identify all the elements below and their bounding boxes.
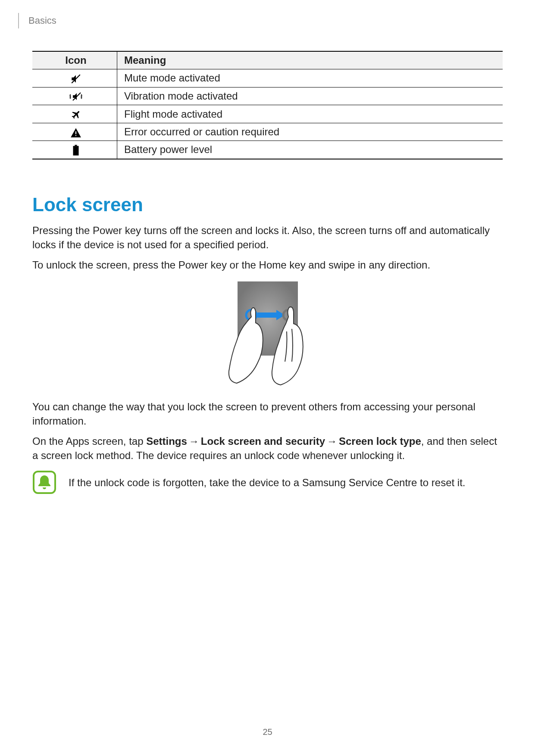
instruction-step: Screen lock type <box>339 435 421 447</box>
table-row: Battery power level <box>32 141 503 159</box>
airplane-icon <box>32 105 117 123</box>
breadcrumb: Basics <box>18 13 56 28</box>
svg-rect-9 <box>257 312 276 318</box>
table-cell-meaning: Flight mode activated <box>117 105 503 123</box>
warning-icon <box>32 123 117 141</box>
page-number: 25 <box>0 727 535 737</box>
body-paragraph: Pressing the Power key turns off the scr… <box>32 223 503 252</box>
table-row: Flight mode activated <box>32 105 503 123</box>
table-cell-meaning: Mute mode activated <box>117 69 503 87</box>
svg-rect-4 <box>75 145 77 146</box>
section-heading: Lock screen <box>32 194 503 216</box>
mute-icon <box>32 69 117 87</box>
note-callout: If the unlock code is forgotten, take th… <box>32 470 503 496</box>
table-row: Error occurred or caution required <box>32 123 503 141</box>
breadcrumb-label: Basics <box>28 15 56 26</box>
body-paragraph: To unlock the screen, press the Power ke… <box>32 258 503 272</box>
swipe-illustration <box>32 281 503 388</box>
breadcrumb-divider <box>18 13 19 28</box>
table-header-icon: Icon <box>32 51 117 69</box>
instruction-step: Settings <box>146 435 187 447</box>
table-row: Vibration mode activated <box>32 87 503 105</box>
instruction-step: Lock screen and security <box>201 435 325 447</box>
table-cell-meaning: Battery power level <box>117 141 503 159</box>
instruction-lead: On the Apps screen, tap <box>32 435 146 447</box>
vibrate-icon <box>32 87 117 105</box>
note-text: If the unlock code is forgotten, take th… <box>69 470 466 490</box>
table-cell-meaning: Vibration mode activated <box>117 87 503 105</box>
table-row: Mute mode activated <box>32 69 503 87</box>
battery-icon <box>32 141 117 159</box>
arrow-icon: → <box>187 435 201 447</box>
body-paragraph: You can change the way that you lock the… <box>32 400 503 428</box>
icon-meaning-table: Icon Meaning Mute mode activated <box>32 51 503 159</box>
table-cell-meaning: Error occurred or caution required <box>117 123 503 141</box>
svg-rect-3 <box>75 135 76 136</box>
svg-rect-5 <box>73 146 79 155</box>
note-bell-icon <box>32 470 56 496</box>
table-header-meaning: Meaning <box>117 51 503 69</box>
svg-rect-2 <box>75 131 76 134</box>
instruction-paragraph: On the Apps screen, tap Settings→Lock sc… <box>32 434 503 462</box>
manual-page: Basics Icon Meaning Mute mode activated <box>0 0 535 756</box>
arrow-icon: → <box>325 435 339 447</box>
